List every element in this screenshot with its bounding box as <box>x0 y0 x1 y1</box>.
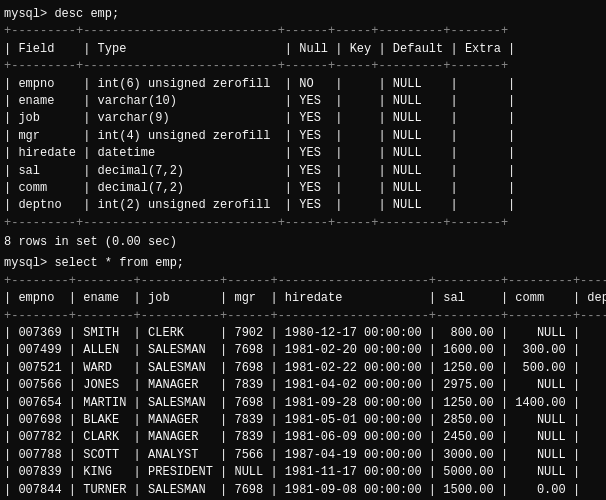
desc-row: | comm | decimal(7,2) | YES | | NULL | | <box>4 180 602 197</box>
desc-sep-bot: +---------+---------------------------+-… <box>4 215 602 232</box>
desc-row: | empno | int(6) unsigned zerofill | NO … <box>4 76 602 93</box>
select-row: | 007566 | JONES | MANAGER | 7839 | 1981… <box>4 377 602 394</box>
select-row: | 007499 | ALLEN | SALESMAN | 7698 | 198… <box>4 342 602 359</box>
select-row: | 007654 | MARTIN | SALESMAN | 7698 | 19… <box>4 395 602 412</box>
desc-row: | deptno | int(2) unsigned zerofill | YE… <box>4 197 602 214</box>
select-sep-mid: +--------+--------+-----------+------+--… <box>4 308 602 325</box>
select-row: | 007788 | SCOTT | ANALYST | 7566 | 1987… <box>4 447 602 464</box>
desc-header: | Field | Type | Null | Key | Default | … <box>4 41 602 58</box>
desc-row: | ename | varchar(10) | YES | | NULL | | <box>4 93 602 110</box>
desc-sep-top: +---------+---------------------------+-… <box>4 23 602 40</box>
select-row: | 007839 | KING | PRESIDENT | NULL | 198… <box>4 464 602 481</box>
desc-row: | sal | decimal(7,2) | YES | | NULL | | <box>4 163 602 180</box>
desc-row: | job | varchar(9) | YES | | NULL | | <box>4 110 602 127</box>
select-row: | 007369 | SMITH | CLERK | 7902 | 1980-1… <box>4 325 602 342</box>
prompt-desc: mysql> desc emp; <box>4 6 602 23</box>
select-row: | 007521 | WARD | SALESMAN | 7698 | 1981… <box>4 360 602 377</box>
select-header: | empno | ename | job | mgr | hiredate |… <box>4 290 602 307</box>
desc-row: | hiredate | datetime | YES | | NULL | | <box>4 145 602 162</box>
desc-rowcount: 8 rows in set (0.00 sec) <box>4 234 602 251</box>
terminal-window: mysql> desc emp; +---------+------------… <box>0 0 606 500</box>
select-row: | 007782 | CLARK | MANAGER | 7839 | 1981… <box>4 429 602 446</box>
desc-sep-mid: +---------+---------------------------+-… <box>4 58 602 75</box>
prompt-select: mysql> select * from emp; <box>4 255 602 272</box>
desc-row: | mgr | int(4) unsigned zerofill | YES |… <box>4 128 602 145</box>
select-sep-top: +--------+--------+-----------+------+--… <box>4 273 602 290</box>
select-row: | 007844 | TURNER | SALESMAN | 7698 | 19… <box>4 482 602 499</box>
select-row: | 007698 | BLAKE | MANAGER | 7839 | 1981… <box>4 412 602 429</box>
select-rows: | 007369 | SMITH | CLERK | 7902 | 1980-1… <box>4 325 602 500</box>
desc-rows: | empno | int(6) unsigned zerofill | NO … <box>4 76 602 215</box>
